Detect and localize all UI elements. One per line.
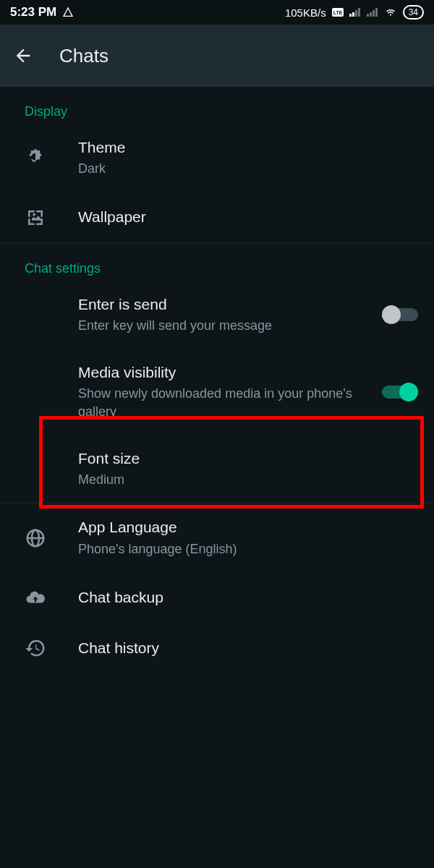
svg-rect-9 [375,8,378,17]
row-title: Wallpaper [78,208,418,226]
svg-rect-8 [373,10,375,17]
row-font-size[interactable]: Font size Medium [0,435,434,503]
row-title: Chat backup [78,588,418,607]
brightness-icon [25,147,46,169]
status-net-speed: 105KB/s [285,7,326,19]
section-header-chat-settings: Chat settings [0,244,434,281]
svg-rect-6 [367,14,369,17]
row-subtitle: Dark [78,160,418,177]
wallpaper-icon [25,207,46,229]
cloud-upload-icon [25,587,46,608]
row-title: Theme [78,138,418,157]
row-wallpaper[interactable]: Wallpaper [0,192,434,243]
app-header: Chats [0,25,434,87]
settings-content: Display Theme Dark Wallpaper Chat settin… [0,87,434,673]
globe-icon [25,527,46,549]
signal-icon [349,8,361,17]
row-title: App Language [78,518,418,537]
status-bar: 5:23 PM 105KB/s LTE 34 [0,0,434,25]
row-enter-is-send[interactable]: Enter is send Enter key will send your m… [0,281,434,349]
signal-icon-2 [367,8,378,17]
svg-rect-5 [358,8,360,17]
status-time: 5:23 PM [10,5,56,20]
history-icon [25,637,46,659]
toggle-enter-is-send[interactable] [382,305,418,324]
row-chat-history[interactable]: Chat history [0,623,434,673]
row-subtitle: Medium [78,471,418,488]
svg-text:LTE: LTE [333,10,342,15]
battery-indicator: 34 [403,5,424,20]
toggle-media-visibility[interactable] [382,383,418,401]
row-chat-backup[interactable]: Chat backup [0,572,434,623]
row-title: Chat history [78,639,418,658]
back-icon[interactable] [13,46,33,66]
row-app-language[interactable]: App Language Phone's language (English) [0,503,434,572]
row-title: Font size [78,449,418,468]
triangle-icon [62,7,74,18]
row-title: Media visibility [78,363,373,382]
row-title: Enter is send [78,295,373,314]
svg-rect-4 [355,10,357,17]
svg-rect-2 [349,14,352,17]
page-title: Chats [59,45,109,67]
section-header-display: Display [0,87,434,124]
svg-rect-3 [352,12,354,17]
row-subtitle: Enter key will send your message [78,317,373,334]
row-theme[interactable]: Theme Dark [0,124,434,192]
volte-icon: LTE [332,8,344,17]
row-subtitle: Phone's language (English) [78,540,418,558]
row-subtitle: Show newly downloaded media in your phon… [78,385,373,420]
row-media-visibility[interactable]: Media visibility Show newly downloaded m… [0,349,434,435]
svg-rect-7 [370,12,372,17]
wifi-icon [384,7,397,17]
